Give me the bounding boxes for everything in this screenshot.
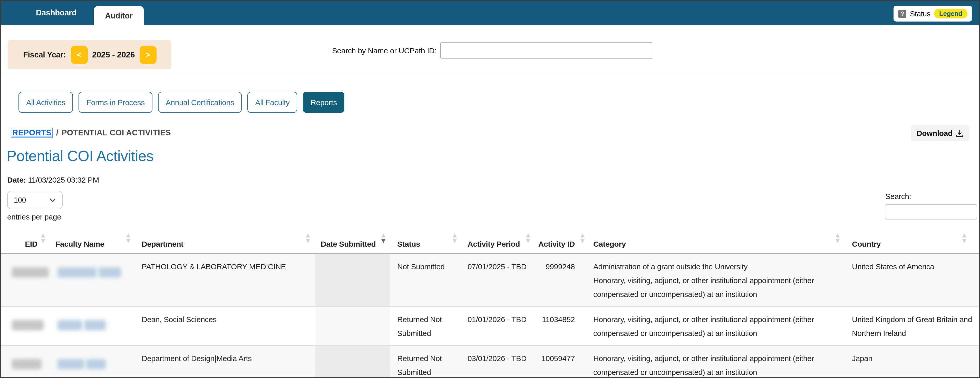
fiscal-year-label: Fiscal Year: <box>23 50 66 59</box>
category-item: Honorary, visiting, adjunct, or other in… <box>593 351 838 378</box>
department-cell: PATHOLOGY & LABORATORY MEDICINE <box>134 254 315 306</box>
table-search-input[interactable] <box>885 204 977 219</box>
category-item: Honorary, visiting, adjunct, or other in… <box>593 312 838 340</box>
ucpath-search-label: Search by Name or UCPath ID: <box>332 46 436 55</box>
tab-dashboard[interactable]: Dashboard <box>36 1 76 25</box>
sort-icon <box>581 233 585 243</box>
table-header: EID Faculty Name Department Date Submitt… <box>1 226 979 254</box>
legend-badge: Legend <box>934 9 967 19</box>
status-cell: Returned Not Submitted <box>390 346 462 378</box>
entries-per-page-label: entries per page <box>7 212 61 221</box>
faculty-name-link-redacted[interactable] <box>57 359 134 369</box>
column-header-country[interactable]: Country <box>845 226 979 253</box>
report-date-label: Date: <box>7 175 26 184</box>
tab-all-activities[interactable]: All Activities <box>19 92 73 113</box>
tab-forms-in-process[interactable]: Forms in Process <box>79 92 153 113</box>
download-icon <box>956 129 964 137</box>
page: Dashboard Auditor ? Status Legend Fiscal… <box>0 0 980 378</box>
column-header-status[interactable]: Status <box>390 226 462 253</box>
breadcrumb-reports-link[interactable]: REPORTS <box>11 128 53 138</box>
redacted-eid <box>12 267 49 278</box>
view-tab-bar: All Activities Forms in Process Annual C… <box>19 92 345 113</box>
page-size-select[interactable]: 100 <box>7 191 63 209</box>
fiscal-year-value: 2025 - 2026 <box>92 50 135 59</box>
column-header-department[interactable]: Department <box>134 226 315 253</box>
status-cell: Returned Not Submitted <box>390 307 462 345</box>
faculty-name-link-redacted[interactable] <box>57 267 134 278</box>
table-row: PATHOLOGY & LABORATORY MEDICINE Not Subm… <box>1 254 979 306</box>
column-header-faculty-name[interactable]: Faculty Name <box>50 226 134 253</box>
breadcrumb-separator: / <box>56 128 59 137</box>
activity-id-cell: 10059477 <box>535 346 588 378</box>
table-body: PATHOLOGY & LABORATORY MEDICINE Not Subm… <box>1 254 979 378</box>
redacted-eid <box>12 320 44 330</box>
category-cell: Honorary, visiting, adjunct, or other in… <box>588 346 845 378</box>
section-divider <box>1 73 979 73</box>
fiscal-year-next-button[interactable]: > <box>139 45 156 64</box>
page-size-value: 100 <box>14 196 26 204</box>
ucpath-search-input[interactable] <box>440 42 652 59</box>
activity-period-cell: 03/01/2026 - TBD <box>462 346 535 378</box>
sort-icon <box>126 233 130 243</box>
column-header-eid[interactable]: EID <box>1 226 50 253</box>
tab-auditor[interactable]: Auditor <box>94 6 144 25</box>
department-cell: Department of Design|Media Arts <box>134 346 315 378</box>
category-cell: Honorary, visiting, adjunct, or other in… <box>588 307 845 345</box>
category-cell: Administration of a grant outside the Un… <box>588 254 845 306</box>
help-icon: ? <box>898 10 906 18</box>
redacted-eid <box>12 359 41 369</box>
download-button[interactable]: Download <box>911 125 969 141</box>
tab-annual-certifications[interactable]: Annual Certifications <box>158 92 242 113</box>
activity-period-cell: 01/01/2026 - TBD <box>462 307 535 345</box>
fiscal-year-prev-button[interactable]: < <box>70 45 88 64</box>
tab-reports[interactable]: Reports <box>303 92 345 113</box>
table-search-label: Search: <box>885 192 978 200</box>
activity-id-cell: 11034852 <box>535 307 588 345</box>
sort-icon <box>962 233 966 243</box>
sort-icon <box>306 233 310 243</box>
category-item: Administration of a grant outside the Un… <box>593 259 838 273</box>
activity-id-cell: 9999248 <box>535 254 588 306</box>
sort-icon <box>526 233 530 243</box>
column-header-activity-period[interactable]: Activity Period <box>462 226 535 253</box>
date-submitted-cell <box>315 254 390 306</box>
breadcrumb-current: POTENTIAL COI ACTIVITIES <box>62 128 171 137</box>
table-row: Department of Design|Media Arts Returned… <box>1 345 979 378</box>
faculty-name-cell <box>50 307 134 345</box>
eid-cell <box>1 346 50 378</box>
country-cell: United Kingdom of Great Britain and Nort… <box>845 307 979 345</box>
breadcrumb: REPORTS / POTENTIAL COI ACTIVITIES <box>11 128 171 138</box>
eid-cell <box>1 254 50 306</box>
column-header-category[interactable]: Category <box>588 226 845 253</box>
page-title: Potential COI Activities <box>7 148 153 165</box>
activity-period-cell: 07/01/2025 - TBD <box>462 254 535 306</box>
fiscal-year-selector: Fiscal Year: < 2025 - 2026 > <box>8 40 172 69</box>
column-header-activity-id[interactable]: Activity ID <box>535 226 588 253</box>
chevron-down-icon <box>49 198 56 202</box>
date-submitted-cell <box>315 346 390 378</box>
table-row: Dean, Social Sciences Returned Not Submi… <box>1 306 979 345</box>
faculty-name-cell <box>50 346 134 378</box>
country-cell: Japan <box>845 346 979 378</box>
sort-icon <box>41 233 45 243</box>
report-date-value: 11/03/2025 03:32 PM <box>28 175 99 184</box>
column-header-date-submitted[interactable]: Date Submitted <box>315 226 390 253</box>
department-cell: Dean, Social Sciences <box>134 307 315 345</box>
sort-icon <box>835 233 840 243</box>
faculty-name-cell <box>50 254 134 306</box>
status-cell: Not Submitted <box>390 254 462 306</box>
country-cell: United States of America <box>845 254 979 306</box>
tab-all-faculty[interactable]: All Faculty <box>248 92 298 113</box>
sort-icon <box>453 233 457 243</box>
status-label: Status <box>910 10 931 18</box>
sort-descending-icon <box>381 233 385 243</box>
category-item: Honorary, visiting, adjunct, or other in… <box>593 273 838 301</box>
top-navigation-bar: Dashboard Auditor ? Status Legend <box>1 1 979 25</box>
eid-cell <box>1 307 50 345</box>
date-submitted-cell <box>315 307 390 345</box>
download-label: Download <box>916 129 953 137</box>
report-date: Date: 11/03/2025 03:32 PM <box>7 175 99 184</box>
status-legend-button[interactable]: ? Status Legend <box>894 6 972 22</box>
faculty-name-link-redacted[interactable] <box>57 320 134 330</box>
app-window: Dashboard Auditor ? Status Legend Fiscal… <box>0 0 980 378</box>
